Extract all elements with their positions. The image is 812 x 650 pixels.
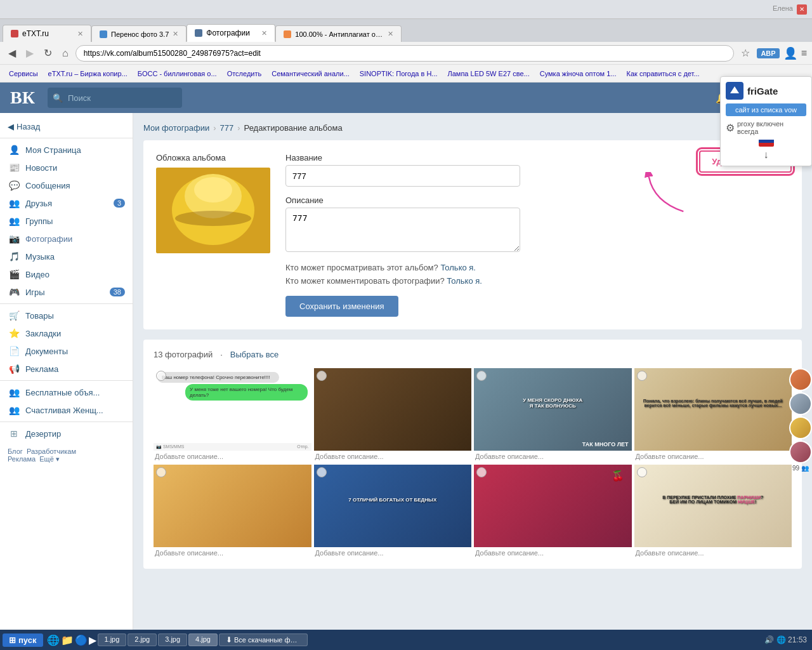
privacy-view-link[interactable]: Только я.: [440, 263, 476, 272]
tab-perenoss-close[interactable]: ✕: [173, 30, 178, 38]
photo-select-8[interactable]: [637, 467, 647, 477]
bookmark-sumka[interactable]: Сумка жіноча оптом 1...: [536, 69, 620, 79]
bookmark-boss[interactable]: БОСС - биллинговая о...: [134, 69, 221, 79]
taskbar-item-1jpg[interactable]: 1.jpg: [98, 633, 127, 646]
photo-item-8[interactable]: В ПЕРЕУЛКЕ ПРИСТАЛИ ПЛОХИЕ ПАРНИШИ?БЕЙ И…: [634, 465, 792, 559]
photo-desc-5[interactable]: Добавьте описание...: [154, 547, 311, 559]
photo-item-5[interactable]: Добавьте описание...: [154, 465, 311, 559]
sidebar-item-news[interactable]: 📰 Новости: [0, 159, 133, 176]
sidebar-item-messages[interactable]: 💬 Сообщения: [0, 176, 133, 194]
tab-etxt-close[interactable]: ✕: [77, 30, 83, 38]
sidebar-item-photos[interactable]: 📷 Фотографии: [0, 230, 133, 248]
sidebar-item-dezertir[interactable]: ⊞ Дезертир: [0, 425, 133, 442]
footer-reklama[interactable]: Реклама: [8, 455, 36, 463]
photo-item-4[interactable]: Поняла, что взрослею: блины получаются в…: [634, 368, 792, 462]
sidebar-item-schastlivaya[interactable]: 👥 Счастливая Женщ...: [0, 401, 133, 419]
frigate-header: friGate: [726, 82, 806, 100]
photo-select-1[interactable]: [156, 371, 166, 381]
address-bar[interactable]: [75, 45, 735, 62]
photo-item-2[interactable]: Добавьте описание...: [314, 368, 472, 462]
forward-btn[interactable]: ▶: [23, 46, 37, 60]
photo-select-6[interactable]: [317, 467, 327, 477]
footer-blog[interactable]: Блог: [8, 448, 23, 455]
photo-item-7[interactable]: 🍒 Добавьте описание...: [474, 465, 632, 559]
footer-dev[interactable]: Разработчикам: [27, 448, 76, 455]
back-btn[interactable]: ◀: [5, 46, 19, 60]
photo-desc-2[interactable]: Добавьте описание...: [314, 451, 472, 462]
photo-desc-8[interactable]: Добавьте описание...: [634, 547, 792, 559]
bookmark-kak[interactable]: Как справиться с дет...: [622, 69, 703, 79]
mini-avatar-4[interactable]: [789, 441, 812, 463]
photo-desc-3[interactable]: Добавьте описание...: [474, 451, 632, 462]
sidebar-item-ads[interactable]: 📢 Реклама: [0, 360, 133, 378]
sidebar-item-mypage[interactable]: 👤 Моя Страница: [0, 141, 133, 159]
privacy-comment-row: Кто может комментировать фотографии? Тол…: [285, 276, 789, 286]
bookmark-sinoptik[interactable]: SINOPTIK: Погода в Н...: [356, 69, 442, 79]
tab-etxt[interactable]: eTXT.ru ✕: [3, 25, 91, 42]
photo-select-5[interactable]: [156, 467, 166, 477]
photo-desc-6[interactable]: Добавьте описание...: [314, 547, 472, 559]
taskbar-chrome-icon[interactable]: 🌐: [47, 634, 60, 646]
photo-desc-7[interactable]: Добавьте описание...: [474, 547, 632, 559]
mini-avatar-1[interactable]: [789, 368, 812, 391]
tab-photos[interactable]: Фотографии ✕: [187, 24, 275, 42]
tab-perenoss[interactable]: Перенос фото 3.7 ✕: [91, 25, 187, 42]
home-btn[interactable]: ⌂: [59, 46, 72, 60]
start-button[interactable]: ⊞ пуск: [3, 633, 43, 647]
sidebar-item-games[interactable]: 🎮 Игры 38: [0, 283, 133, 301]
photo-select-3[interactable]: [476, 371, 487, 381]
taskbar-ie-icon[interactable]: 🔵: [75, 634, 88, 646]
name-input[interactable]: [285, 165, 520, 187]
tab-antiplagiatt[interactable]: 100.00% - Антиплагиат он... ✕: [275, 25, 402, 42]
taskbar-item-3jpg[interactable]: 3.jpg: [158, 633, 187, 646]
taskbar-item-downloads[interactable]: ⬇ Все скачанные файлы...: [219, 633, 308, 646]
bookmark-lampa[interactable]: Лампа LED 5W E27 све...: [444, 69, 534, 79]
tab-antiplag-close[interactable]: ✕: [388, 30, 393, 38]
sidebar-item-tovary[interactable]: 🛒 Товары: [0, 307, 133, 324]
profile-icon[interactable]: 👤: [783, 46, 797, 60]
vk-logo[interactable]: ВК: [10, 88, 35, 108]
frigate-vow-btn[interactable]: сайт из списка vow: [726, 103, 806, 116]
privacy-comment-link[interactable]: Только я.: [447, 276, 482, 286]
photo-select-2[interactable]: [317, 371, 327, 381]
mini-avatar-3[interactable]: [789, 416, 812, 439]
taskbar-folder-icon[interactable]: 📁: [61, 634, 74, 646]
photo-item-1[interactable]: Ваш номер телефона! Срочно перезвоните!!…: [154, 368, 311, 462]
photo-select-7[interactable]: [476, 467, 487, 477]
photo-desc-4[interactable]: Добавьте описание...: [634, 451, 792, 462]
sidebar-back-btn[interactable]: ◀ Назад: [0, 118, 133, 135]
taskbar-media-icon[interactable]: ▶: [89, 634, 96, 646]
photo-desc-1[interactable]: Добавьте описание...: [154, 451, 311, 462]
photo-item-6[interactable]: 7 ОТЛИЧИЙ БОГАТЫХ ОТ БЕДНЫХ Добавьте опи…: [314, 465, 472, 559]
sidebar-video-label: Видео: [25, 270, 49, 279]
desc-textarea[interactable]: 777: [285, 208, 520, 252]
photo-select-4[interactable]: [637, 371, 647, 381]
taskbar-item-4jpg[interactable]: 4.jpg: [188, 633, 218, 646]
bookmark-otsled[interactable]: Отследить: [223, 69, 266, 79]
breadcrumb-myfoto[interactable]: Мои фотографии: [143, 123, 209, 133]
breadcrumb-777[interactable]: 777: [220, 123, 234, 133]
sidebar-item-bookmarks[interactable]: ⭐ Закладки: [0, 324, 133, 342]
sidebar-item-friends[interactable]: 👥 Друзья 3: [0, 194, 133, 212]
back-icon: ◀: [8, 122, 14, 131]
taskbar-item-2jpg[interactable]: 2.jpg: [128, 633, 157, 646]
sidebar-item-video[interactable]: 🎬 Видео: [0, 265, 133, 283]
reload-btn[interactable]: ↻: [41, 46, 55, 60]
close-btn[interactable]: ✕: [797, 4, 807, 15]
bookmark-etxt[interactable]: eTXT.ru – Биржа копир...: [44, 69, 131, 79]
menu-icon[interactable]: ≡: [801, 48, 807, 59]
bookmark-btn[interactable]: ☆: [738, 46, 753, 60]
vk-search-input[interactable]: [48, 88, 182, 108]
tab-photos-close[interactable]: ✕: [261, 29, 267, 37]
sidebar-item-groups[interactable]: 👥 Группы: [0, 212, 133, 230]
bookmark-seman[interactable]: Семантический анали...: [268, 69, 353, 79]
bookmark-servisy[interactable]: Сервисы: [5, 69, 42, 79]
save-changes-btn[interactable]: Сохранить изменения: [285, 296, 398, 317]
sidebar-item-docs[interactable]: 📄 Документы: [0, 342, 133, 360]
sidebar-item-music[interactable]: 🎵 Музыка: [0, 248, 133, 265]
sidebar-item-besplatnye[interactable]: 👥 Бесплатные объя...: [0, 383, 133, 401]
photo-item-3[interactable]: У МЕНЯ СКОРО ДНЮХАЯ ТАК ВОЛНУЮСЬ ТАК МНО…: [474, 368, 632, 462]
footer-more[interactable]: Ещё ▾: [39, 455, 60, 463]
select-all-btn[interactable]: Выбрать все: [230, 350, 278, 359]
mini-avatar-2[interactable]: [789, 392, 812, 415]
